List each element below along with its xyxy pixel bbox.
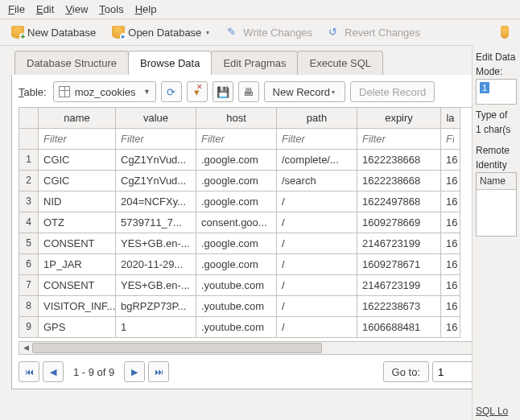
cell-value[interactable]: 1 xyxy=(116,317,196,338)
cell-value[interactable]: YES+GB.en-... xyxy=(116,275,196,296)
cell-name[interactable]: CONSENT xyxy=(39,233,116,254)
cell-name[interactable]: OTZ xyxy=(39,212,116,233)
tab-database-structure[interactable]: Database Structure xyxy=(14,51,129,75)
cell-expiry[interactable]: 1622238673 xyxy=(357,296,441,317)
cell-la[interactable]: 16 xyxy=(441,171,460,191)
filter-name[interactable] xyxy=(39,129,115,149)
new-record-button[interactable]: New Record▾ xyxy=(264,81,346,102)
table-row[interactable]: 5CONSENTYES+GB.en-....google.com/2146723… xyxy=(19,233,504,254)
filter-host[interactable] xyxy=(196,129,276,149)
chevron-down-icon[interactable]: ▾ xyxy=(330,89,336,96)
menu-edit[interactable]: Edit xyxy=(36,3,54,15)
prev-page-button[interactable]: ◀ xyxy=(43,361,64,382)
cell-path[interactable]: / xyxy=(277,317,357,338)
next-page-button[interactable]: ▶ xyxy=(124,361,145,382)
col-path[interactable]: path xyxy=(277,108,357,129)
cell-value[interactable]: 5739711_7... xyxy=(116,212,196,233)
menu-tools[interactable]: Tools xyxy=(99,3,123,15)
cell-value[interactable]: 2020-11-29... xyxy=(116,254,196,275)
menu-help[interactable]: Help xyxy=(135,3,157,15)
cell-la[interactable]: 16 xyxy=(441,296,460,317)
goto-button[interactable]: Go to: xyxy=(383,361,429,382)
filter-path[interactable] xyxy=(277,129,357,149)
cell-expiry[interactable]: 1622497868 xyxy=(357,191,441,212)
toolbar-overflow[interactable] xyxy=(497,24,512,40)
table-row[interactable]: 2CGICCgZ1YnVud....google.com/search16222… xyxy=(19,171,504,191)
cell-value[interactable]: bgRPZP73P... xyxy=(116,296,196,317)
cell-host[interactable]: .youtube.com xyxy=(196,296,277,317)
cell-expiry[interactable]: 1622238668 xyxy=(357,171,441,191)
table-row[interactable]: 61P_JAR2020-11-29....google.com/16092786… xyxy=(19,254,504,275)
cell-host[interactable]: .google.com xyxy=(196,254,277,275)
cell-host[interactable]: .google.com xyxy=(196,171,277,191)
menu-file[interactable]: File xyxy=(8,3,25,15)
table-row[interactable]: 1CGICCgZ1YnVud....google.com/complete/..… xyxy=(19,150,504,171)
cell-name[interactable]: NID xyxy=(39,191,116,212)
cell-name[interactable]: GPS xyxy=(39,317,116,338)
cell-expiry[interactable]: 1609278669 xyxy=(357,212,441,233)
cell-value[interactable]: CgZ1YnVud... xyxy=(116,171,196,191)
table-row[interactable]: 9GPS1.youtube.com/160668848116 xyxy=(19,317,504,338)
cell-name[interactable]: CGIC xyxy=(39,171,116,191)
save-view-button[interactable]: 💾 xyxy=(213,81,233,102)
open-database-button[interactable]: Open Database▾ xyxy=(109,24,214,40)
cell-expiry[interactable]: 2146723199 xyxy=(357,233,441,254)
cell-expiry[interactable]: 1606688481 xyxy=(357,317,441,338)
col-value[interactable]: value xyxy=(116,108,196,129)
col-host[interactable]: host xyxy=(196,108,277,129)
cell-host[interactable]: .youtube.com xyxy=(196,317,277,338)
dropdown-caret-icon[interactable]: ▾ xyxy=(204,29,211,36)
cell-host[interactable]: .youtube.com xyxy=(196,275,277,296)
cell-name[interactable]: 1P_JAR xyxy=(39,254,116,275)
table-row[interactable]: 8VISITOR_INF...bgRPZP73P....youtube.com/… xyxy=(19,296,504,317)
cell-la[interactable]: 16 xyxy=(441,233,460,254)
filter-expiry[interactable] xyxy=(357,129,440,149)
cell-host[interactable]: consent.goo... xyxy=(196,212,277,233)
cell-host[interactable]: .google.com xyxy=(196,150,277,171)
last-page-button[interactable]: ⏭ xyxy=(148,361,169,382)
cell-expiry[interactable]: 1622238668 xyxy=(357,150,441,171)
cell-value[interactable]: 204=NCFXy... xyxy=(116,191,196,212)
col-rownum[interactable] xyxy=(19,108,39,129)
tab-execute-sql[interactable]: Execute SQL xyxy=(297,51,383,75)
table-select[interactable]: moz_cookies ▼ xyxy=(53,81,156,102)
cell-path[interactable]: / xyxy=(277,191,357,212)
first-page-button[interactable]: ⏮ xyxy=(19,361,39,382)
cell-value[interactable]: CgZ1YnVud... xyxy=(116,150,196,171)
horizontal-scrollbar[interactable]: ◀ ▶ xyxy=(19,341,505,355)
cell-path[interactable]: /complete/... xyxy=(277,150,357,171)
filter-la[interactable] xyxy=(441,129,459,149)
scroll-thumb[interactable] xyxy=(32,343,322,353)
cell-expiry[interactable]: 2146723199 xyxy=(357,275,441,296)
cell-path[interactable]: / xyxy=(277,233,357,254)
filter-value[interactable] xyxy=(116,129,196,149)
table-row[interactable]: 7CONSENTYES+GB.en-....youtube.com/214672… xyxy=(19,275,504,296)
clear-filters-button[interactable]: ▾✕ xyxy=(187,81,208,102)
tab-edit-pragmas[interactable]: Edit Pragmas xyxy=(211,51,298,75)
tab-browse-data[interactable]: Browse Data xyxy=(128,51,212,75)
cell-path[interactable]: / xyxy=(277,212,357,233)
menu-view[interactable]: View xyxy=(65,3,88,15)
identity-table[interactable]: Name xyxy=(476,172,517,237)
cell-path[interactable]: / xyxy=(277,275,357,296)
cell-la[interactable]: 16 xyxy=(441,317,460,338)
cell-path[interactable]: / xyxy=(277,254,357,275)
cell-path[interactable]: /search xyxy=(277,171,357,191)
cell-la[interactable]: 16 xyxy=(441,275,460,296)
cell-la[interactable]: 16 xyxy=(441,150,460,171)
new-database-button[interactable]: New Database xyxy=(8,24,99,40)
table-row[interactable]: 3NID204=NCFXy....google.com/162249786816 xyxy=(19,191,504,212)
cell-host[interactable]: .google.com xyxy=(196,191,277,212)
cell-value[interactable]: YES+GB.en-... xyxy=(116,233,196,254)
cell-la[interactable]: 16 xyxy=(441,254,460,275)
cell-path[interactable]: / xyxy=(277,296,357,317)
cell-expiry[interactable]: 1609278671 xyxy=(357,254,441,275)
cell-edit-box[interactable]: 1 xyxy=(476,79,517,105)
cell-name[interactable]: VISITOR_INF... xyxy=(39,296,116,317)
sql-log-tab[interactable]: SQL Lo xyxy=(476,406,520,417)
cell-name[interactable]: CONSENT xyxy=(39,275,116,296)
col-name[interactable]: name xyxy=(39,108,116,129)
refresh-button[interactable]: ⟳ xyxy=(161,81,182,102)
cell-la[interactable]: 16 xyxy=(441,212,460,233)
cell-name[interactable]: CGIC xyxy=(39,150,116,171)
